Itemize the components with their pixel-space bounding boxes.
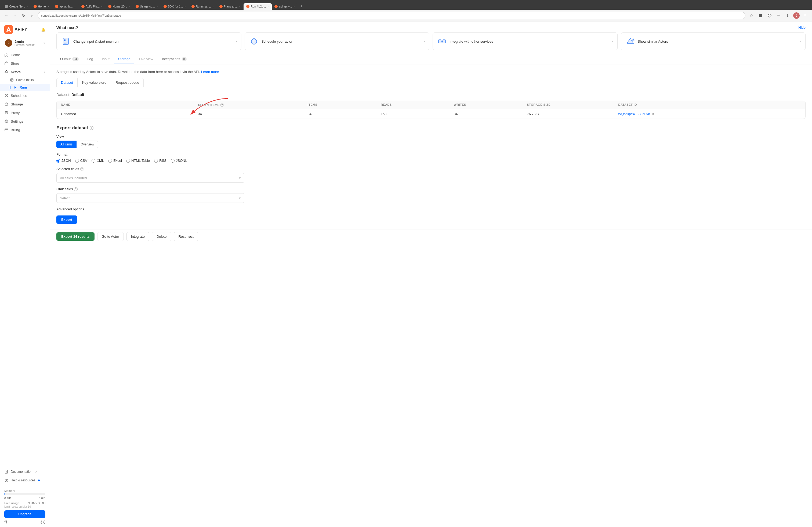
wn-card-arrow-icon: › <box>424 40 425 43</box>
tab-input[interactable]: Input <box>98 54 113 64</box>
storage-tab-keyvalue[interactable]: Key-value store <box>77 78 111 87</box>
export-help-icon[interactable]: ? <box>90 126 93 130</box>
extension-icon-2[interactable] <box>766 12 773 19</box>
view-all-items-button[interactable]: All items <box>56 140 76 148</box>
format-html-table[interactable]: HTML Table <box>126 159 150 163</box>
sidebar-item-help[interactable]: Help & resources <box>0 476 50 485</box>
tab-api-apify-2[interactable]: api.apify... ✕ <box>272 3 298 10</box>
sidebar-item-home[interactable]: Home <box>0 50 50 59</box>
sidebar-item-runs[interactable]: Runs <box>0 84 50 91</box>
format-jsonl[interactable]: JSONL <box>171 159 187 163</box>
wn-card-arrow-icon: › <box>236 40 237 43</box>
sidebar-item-proxy[interactable]: Proxy <box>0 108 50 117</box>
sidebar-item-actors[interactable]: Actors ▾ <box>0 67 50 76</box>
view-overview-button[interactable]: Overview <box>76 140 98 148</box>
delete-button[interactable]: Delete <box>152 232 171 241</box>
tab-close-icon[interactable]: ✕ <box>239 5 241 8</box>
upgrade-button[interactable]: Upgrade <box>4 510 45 518</box>
tab-close-icon[interactable]: ✕ <box>156 5 158 8</box>
format-json[interactable]: JSON <box>56 159 71 163</box>
sidebar-item-settings[interactable]: Settings <box>0 117 50 125</box>
sidebar-item-store[interactable]: Store <box>0 59 50 67</box>
tab-home-20[interactable]: Home 20... ✕ <box>105 3 133 10</box>
omit-fields-dropdown[interactable]: Select... ▾ <box>56 193 244 203</box>
resurrect-button[interactable]: Resurrect <box>174 232 198 241</box>
tab-close-active-icon[interactable]: ✕ <box>267 5 269 8</box>
export-results-button[interactable]: Export 34 results <box>56 232 95 241</box>
wn-card-similar[interactable]: Show similar Actors › <box>621 32 806 50</box>
clean-items-help-icon[interactable]: ? <box>220 103 224 107</box>
download-icon[interactable]: ⬇ <box>784 12 792 19</box>
bookmark-icon[interactable]: ☆ <box>748 12 755 19</box>
tab-usage[interactable]: Usage co... ✕ <box>133 3 161 10</box>
go-to-actor-button[interactable]: Go to Actor <box>97 232 124 241</box>
menu-icon[interactable]: ⋮ <box>801 12 809 19</box>
tab-close-icon[interactable]: ✕ <box>74 5 76 8</box>
edit-icon[interactable]: ✏ <box>775 12 782 19</box>
format-csv[interactable]: CSV <box>75 159 88 163</box>
sidebar-item-schedules[interactable]: Schedules <box>0 91 50 100</box>
tab-live-view[interactable]: Live view <box>135 54 157 64</box>
advanced-options-toggle[interactable]: Advanced options › <box>56 207 806 211</box>
user-name: Jamin <box>14 40 41 44</box>
copy-dataset-id-icon[interactable]: ⧉ <box>652 112 654 116</box>
tab-sdk[interactable]: SDK for J... ✕ <box>161 3 189 10</box>
tab-create-new[interactable]: Create Ne... ✕ <box>2 3 31 10</box>
tab-home[interactable]: Home ✕ <box>31 3 52 10</box>
format-rss[interactable]: RSS <box>154 159 166 163</box>
tab-integrations[interactable]: Integrations 0 <box>158 54 190 64</box>
col-items: ITEMS <box>308 103 381 107</box>
tab-close-icon[interactable]: ✕ <box>101 5 103 8</box>
user-section[interactable]: J Jamin Personal account ▾ <box>2 37 48 48</box>
dataset-id-link[interactable]: fVQogkpY4JBBuN0xb <box>619 112 650 116</box>
wn-card-integrate[interactable]: Integrate with other services › <box>433 32 618 50</box>
profile-icon[interactable]: J <box>793 12 800 19</box>
export-dataset-button[interactable]: Export <box>56 215 77 224</box>
url-bar[interactable]: console.apify.com/actors/runs/b2o854MslH… <box>38 12 745 19</box>
tab-close-icon[interactable]: ✕ <box>184 5 186 8</box>
tab-apify-plans[interactable]: Apify Pla... ✕ <box>79 3 106 10</box>
notification-bell-icon[interactable]: 🔔 <box>41 28 45 32</box>
home-button[interactable]: ⌂ <box>29 12 35 19</box>
col-writes: WRITES <box>454 103 527 107</box>
tab-close-icon[interactable]: ✕ <box>47 5 50 8</box>
reload-button[interactable]: ↻ <box>20 12 27 19</box>
tab-close-icon[interactable]: ✕ <box>212 5 214 8</box>
tab-close-icon[interactable]: ✕ <box>293 5 295 8</box>
learn-more-link[interactable]: Learn more <box>201 70 219 74</box>
storage-icon <box>4 102 9 106</box>
sidebar-nav: Home Store Actors ▾ Saved tasks <box>0 48 50 466</box>
hide-button[interactable]: Hide <box>798 26 806 30</box>
apify-logo[interactable]: APIFY <box>4 25 27 34</box>
sidebar-item-documentation[interactable]: Documentation ↗ <box>0 467 50 476</box>
integrate-button[interactable]: Integrate <box>127 232 149 241</box>
tab-output[interactable]: Output 34 <box>56 54 83 64</box>
wn-card-schedule[interactable]: Schedule your actor › <box>245 32 430 50</box>
format-excel[interactable]: Excel <box>108 159 122 163</box>
storage-tab-requestqueue[interactable]: Request queue <box>111 78 144 87</box>
wn-card-change-input[interactable]: Change input & start new run › <box>56 32 242 50</box>
tab-run-active[interactable]: Run #b2o... ✕ <box>244 3 272 10</box>
omit-fields-help-icon[interactable]: ? <box>74 187 77 191</box>
new-tab-button[interactable]: + <box>298 3 305 10</box>
tab-log[interactable]: Log <box>84 54 97 64</box>
sidebar-item-storage[interactable]: Storage <box>0 100 50 108</box>
apify-logo-icon <box>4 25 13 34</box>
selected-fields-help-icon[interactable]: ? <box>80 167 84 171</box>
tab-plans[interactable]: Plans an... ✕ <box>217 3 244 10</box>
tab-running[interactable]: Running /... ✕ <box>189 3 217 10</box>
format-xml[interactable]: XML <box>91 159 104 163</box>
sidebar-item-billing[interactable]: Billing <box>0 125 50 134</box>
sidebar-collapse-icon[interactable]: ❮❮ <box>40 520 45 524</box>
tab-api-apify-1[interactable]: api.apify... ✕ <box>52 3 78 10</box>
help-label: Help & resources <box>11 479 35 482</box>
tab-storage[interactable]: Storage <box>114 54 134 64</box>
extension-icon-1[interactable] <box>757 12 764 19</box>
storage-tab-dataset[interactable]: Dataset <box>56 78 77 87</box>
sidebar-item-saved-tasks[interactable]: Saved tasks <box>0 76 50 84</box>
tab-close-icon[interactable]: ✕ <box>128 5 130 8</box>
tab-close-icon[interactable]: ✕ <box>26 5 28 8</box>
back-button[interactable]: ← <box>3 12 10 19</box>
forward-button[interactable]: → <box>12 12 18 19</box>
selected-fields-dropdown[interactable]: All fields included ▾ <box>56 173 244 183</box>
